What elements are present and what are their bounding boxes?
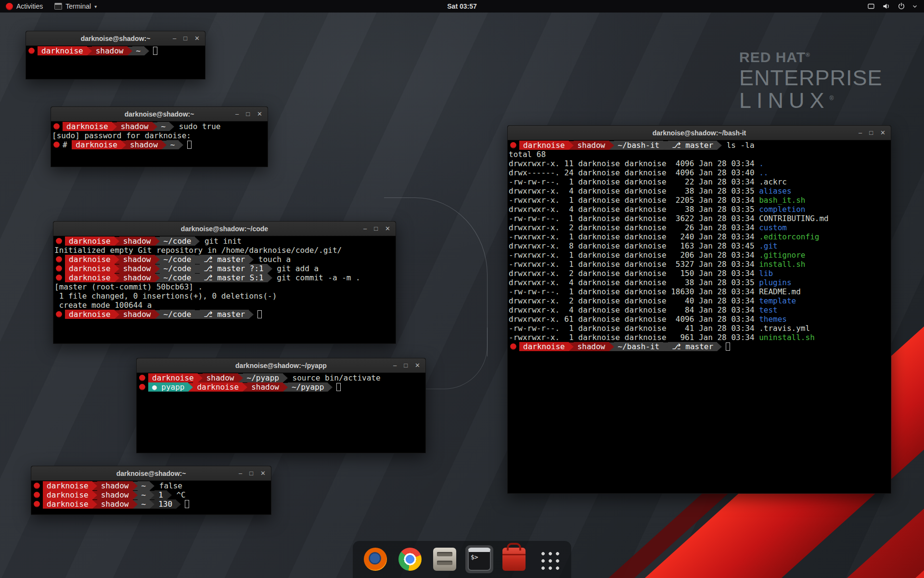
- powerline-arrow-icon: [328, 383, 333, 392]
- terminal-line: darknoiseshadow~/code⎇ master: [54, 310, 395, 319]
- terminal-text: template: [759, 296, 796, 305]
- terminal-glyph: $>: [469, 552, 478, 561]
- terminal-line: darknoiseshadow~ sudo true: [52, 122, 267, 131]
- prompt-segment-path: ~/code: [160, 236, 195, 246]
- terminal-cursor: [257, 310, 262, 318]
- terminal-line: -rwxrwxr-x. 1 darknoise darknoise 240 Ja…: [509, 232, 890, 241]
- terminal-text: test: [759, 305, 778, 315]
- terminal-window: darknoise@shadow:~/pyapp – □ ✕ darknoise…: [136, 358, 426, 453]
- volume-icon[interactable]: [882, 2, 890, 10]
- dock-toolbox-button[interactable]: [500, 545, 528, 573]
- terminal-line: drwx------. 24 darknoise darknoise 4096 …: [509, 168, 890, 177]
- terminal-text: drwxrwxr-x. 2 darknoise darknoise 26 Jan…: [509, 223, 759, 232]
- terminal-output[interactable]: darknoiseshadow~ falsedarknoiseshadow~1 …: [31, 481, 271, 514]
- chevron-down-icon: [912, 4, 917, 8]
- terminal-output[interactable]: darknoiseshadow~: [26, 46, 205, 79]
- dock-terminal-button[interactable]: $>: [465, 545, 493, 573]
- minimize-button[interactable]: –: [393, 362, 397, 368]
- powerline-arrow-icon: [238, 374, 243, 382]
- terminal-line: drwxrwxr-x. 2 darknoise darknoise 26 Jan…: [509, 223, 890, 232]
- terminal-text: false: [154, 481, 182, 490]
- maximize-button[interactable]: □: [249, 470, 253, 476]
- close-button[interactable]: ✕: [194, 35, 200, 41]
- maximize-button[interactable]: □: [246, 111, 250, 117]
- system-status-area[interactable]: [867, 0, 924, 13]
- terminal-window: darknoise@shadow:~/bash-it – □ ✕ darknoi…: [507, 125, 891, 494]
- minimize-button[interactable]: –: [235, 111, 239, 117]
- powerline-arrow-icon: [195, 255, 200, 264]
- prompt-segment-path: ~: [138, 490, 150, 499]
- prompt-segment-host: shadow: [119, 264, 155, 273]
- prompt-segment-user: darknoise: [148, 373, 198, 382]
- terminal-text: Initialized empty Git repository in /hom…: [54, 246, 342, 255]
- terminal-text: create mode 100644 a: [54, 301, 152, 310]
- app-menu-button[interactable]: Terminal ▾: [49, 0, 103, 13]
- maximize-button[interactable]: □: [869, 130, 873, 136]
- terminal-output[interactable]: darknoiseshadow~/pyapp source bin/activa…: [137, 373, 425, 453]
- brand-line-redhat: RED HAT®: [739, 49, 883, 66]
- redhat-prompt-icon: [56, 311, 62, 317]
- close-button[interactable]: ✕: [385, 225, 390, 232]
- window-controls: – □ ✕: [235, 107, 262, 121]
- terminal-output[interactable]: darknoiseshadow~/bash-it⎇ master ls -lat…: [508, 140, 891, 493]
- powerline-arrow-icon: [249, 255, 254, 264]
- maximize-button[interactable]: □: [404, 362, 408, 368]
- window-titlebar[interactable]: darknoise@shadow:~ – □ ✕: [31, 466, 271, 481]
- minimize-button[interactable]: –: [859, 130, 862, 136]
- window-titlebar[interactable]: darknoise@shadow:~/code – □ ✕: [53, 222, 396, 236]
- window-titlebar[interactable]: darknoise@shadow:~/pyapp – □ ✕: [137, 358, 425, 373]
- dock-show-apps-button[interactable]: [535, 545, 563, 573]
- terminal-text: ..: [759, 168, 768, 177]
- powerline-arrow-icon: [569, 342, 574, 351]
- prompt-segment-git: ⎇ master: [200, 310, 249, 319]
- window-titlebar[interactable]: darknoise@shadow:~/bash-it – □ ✕: [508, 126, 891, 140]
- terminal-line: darknoiseshadow~/code git init: [54, 236, 395, 246]
- minimize-button[interactable]: –: [239, 470, 242, 476]
- powerline-arrow-icon: [609, 141, 614, 150]
- prompt-segment-git: ⎇ master ?:1: [200, 264, 267, 273]
- redhat-prompt-icon: [34, 501, 40, 507]
- close-button[interactable]: ✕: [257, 111, 262, 117]
- prompt-segment-path: ~: [138, 481, 150, 490]
- power-icon[interactable]: [898, 2, 905, 10]
- prompt-segment-host: shadow: [574, 141, 609, 150]
- prompt-segment-path: ~/bash-it: [614, 141, 664, 150]
- dock-chrome-button[interactable]: [396, 545, 424, 573]
- window-controls: – □ ✕: [859, 126, 886, 140]
- close-button[interactable]: ✕: [260, 470, 266, 476]
- terminal-text: [sudo] password for darknoise:: [52, 131, 196, 140]
- terminal-output[interactable]: darknoiseshadow~ sudo true[sudo] passwor…: [51, 121, 268, 167]
- terminal-line: -rwxrwxr-x. 1 darknoise darknoise 206 Ja…: [509, 250, 890, 260]
- powerline-arrow-icon: [155, 255, 160, 264]
- terminal-text: -rwxrwxr-x. 1 darknoise darknoise 206 Ja…: [509, 250, 759, 260]
- minimize-button[interactable]: –: [173, 35, 176, 41]
- maximize-button[interactable]: □: [374, 225, 378, 232]
- terminal-text: .git: [759, 241, 778, 250]
- powerline-arrow-icon: [87, 47, 92, 55]
- maximize-button[interactable]: □: [183, 35, 187, 41]
- screen-layout-icon[interactable]: [867, 2, 875, 10]
- terminal-text: drwxrwxr-x. 4 darknoise darknoise 38 Jan…: [509, 205, 759, 214]
- prompt-segment-host: shadow: [97, 490, 133, 499]
- terminal-text: ^C: [172, 490, 186, 499]
- clock[interactable]: Sat 03:57: [447, 2, 476, 10]
- activities-button[interactable]: Activities: [0, 0, 49, 13]
- window-titlebar[interactable]: darknoise@shadow:~ – □ ✕: [26, 31, 205, 46]
- powerline-arrow-icon: [176, 500, 181, 509]
- terminal-line: -rwxrwxr-x. 1 darknoise darknoise 961 Ja…: [509, 333, 890, 342]
- dock-firefox-button[interactable]: [361, 545, 389, 573]
- powerline-arrow-icon: [133, 500, 138, 509]
- terminal-output[interactable]: darknoiseshadow~/code git initInitialize…: [53, 236, 396, 343]
- terminal-line: [sudo] password for darknoise:: [52, 131, 267, 140]
- terminal-text: ls -la: [722, 141, 754, 150]
- window-titlebar[interactable]: darknoise@shadow:~ – □ ✕: [51, 107, 268, 121]
- dock-files-button[interactable]: [431, 545, 459, 573]
- redhat-prompt-icon: [34, 492, 40, 498]
- terminal-text: drwxrwxr-x. 4 darknoise darknoise 38 Jan…: [509, 278, 759, 287]
- powerline-arrow-icon: [195, 264, 200, 273]
- terminal-line: darknoiseshadow~: [27, 46, 204, 55]
- close-button[interactable]: ✕: [415, 362, 420, 368]
- close-button[interactable]: ✕: [880, 130, 886, 136]
- minimize-button[interactable]: –: [363, 225, 367, 232]
- brand-line-linux: LINUX®: [739, 90, 883, 112]
